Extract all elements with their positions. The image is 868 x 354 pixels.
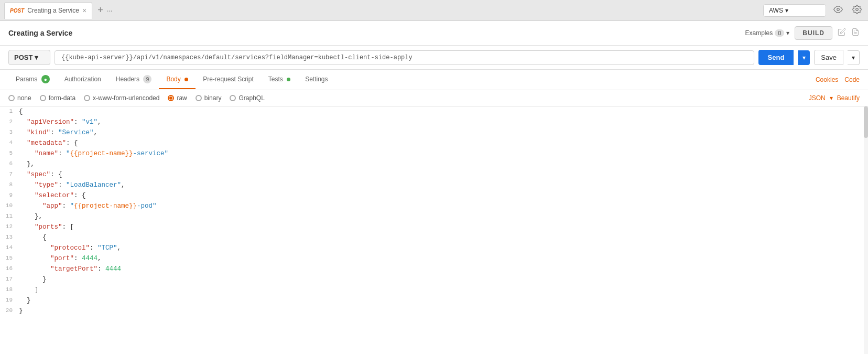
method-select[interactable]: POST ▾ bbox=[8, 50, 50, 65]
json-format-label[interactable]: JSON bbox=[809, 94, 826, 102]
eye-icon-button[interactable] bbox=[831, 3, 845, 18]
tab-tests[interactable]: Tests bbox=[261, 70, 298, 89]
send-dropdown-button[interactable]: ▾ bbox=[798, 50, 810, 65]
code-line: 13 { bbox=[0, 232, 868, 243]
radio-urlencoded-label: x-www-form-urlencoded bbox=[93, 94, 159, 102]
page-title: Creating a Service bbox=[8, 29, 740, 37]
tab-headers[interactable]: Headers 9 bbox=[108, 70, 159, 90]
scrollbar-thumb[interactable] bbox=[864, 106, 868, 138]
code-link[interactable]: Code bbox=[844, 76, 860, 83]
radio-urlencoded[interactable]: x-www-form-urlencoded bbox=[84, 94, 159, 102]
radio-none[interactable]: none bbox=[8, 94, 31, 102]
active-tab[interactable]: POST Creating a Service × bbox=[4, 2, 92, 19]
tab-bar: POST Creating a Service × + ··· AWS ▾ bbox=[0, 0, 868, 21]
params-badge: ● bbox=[41, 75, 50, 83]
headers-badge: 9 bbox=[143, 75, 151, 83]
tab-method: POST bbox=[10, 8, 24, 14]
radio-raw-dot bbox=[168, 95, 174, 101]
code-line: 14 "protocol": "TCP", bbox=[0, 243, 868, 253]
code-line: 18 ] bbox=[0, 285, 868, 295]
code-line: 11 }, bbox=[0, 211, 868, 222]
radio-binary[interactable]: binary bbox=[196, 94, 222, 102]
env-chevron-icon: ▾ bbox=[785, 7, 788, 14]
code-line: 17 } bbox=[0, 274, 868, 285]
examples-badge: 0 bbox=[775, 29, 784, 37]
tab-title: Creating a Service bbox=[27, 7, 79, 14]
code-line: 7 "spec": { bbox=[0, 169, 868, 180]
svg-point-0 bbox=[837, 8, 840, 10]
body-type-bar: none form-data x-www-form-urlencoded raw… bbox=[0, 90, 868, 106]
code-line: 9 "selector": { bbox=[0, 190, 868, 201]
request-header: Creating a Service Examples 0 ▾ BUILD bbox=[0, 21, 868, 46]
radio-form-data[interactable]: form-data bbox=[40, 94, 75, 102]
save-dropdown-button[interactable]: ▾ bbox=[848, 50, 860, 65]
code-lines: 1 { 2 "apiVersion": "v1", 3 "kind": "Ser… bbox=[0, 106, 868, 316]
method-chevron-icon: ▾ bbox=[35, 53, 38, 61]
body-badge bbox=[185, 78, 188, 81]
radio-form-data-label: form-data bbox=[49, 94, 75, 102]
radio-raw-label: raw bbox=[177, 94, 187, 102]
tab-settings[interactable]: Settings bbox=[298, 70, 335, 89]
env-label: AWS bbox=[769, 7, 783, 14]
tabs-nav-right: Cookies Code bbox=[816, 76, 860, 83]
examples-label: Examples bbox=[745, 29, 773, 37]
beautify-button[interactable]: Beautify bbox=[837, 94, 860, 102]
radio-graphql[interactable]: GraphQL bbox=[230, 94, 264, 102]
radio-binary-dot bbox=[196, 95, 202, 101]
examples-chevron-icon: ▾ bbox=[786, 29, 789, 37]
code-line: 3 "kind": "Service", bbox=[0, 127, 868, 138]
environment-select[interactable]: AWS ▾ bbox=[763, 4, 826, 17]
code-line: 19 } bbox=[0, 295, 868, 306]
save-button[interactable]: Save bbox=[814, 50, 843, 65]
more-tabs-button[interactable]: ··· bbox=[106, 6, 113, 15]
send-button[interactable]: Send bbox=[758, 50, 794, 65]
new-tab-button[interactable]: + bbox=[94, 5, 106, 16]
code-line: 6 }, bbox=[0, 159, 868, 169]
radio-graphql-label: GraphQL bbox=[238, 94, 264, 102]
json-chevron-icon[interactable]: ▾ bbox=[830, 94, 833, 102]
radio-form-data-dot bbox=[40, 95, 46, 101]
code-line: 16 "targetPort": 4444 bbox=[0, 264, 868, 274]
url-bar: POST ▾ Send ▾ Save ▾ bbox=[0, 46, 868, 70]
code-line: 20 } bbox=[0, 306, 868, 316]
code-line: 1 { bbox=[0, 106, 868, 117]
tab-authorization[interactable]: Authorization bbox=[57, 70, 108, 89]
code-line: 2 "apiVersion": "v1", bbox=[0, 117, 868, 127]
tab-bar-right: AWS ▾ bbox=[763, 3, 864, 18]
docs-icon-button[interactable] bbox=[851, 28, 860, 38]
tab-params[interactable]: Params ● bbox=[8, 70, 57, 90]
main-content: Creating a Service Examples 0 ▾ BUILD PO… bbox=[0, 21, 868, 354]
radio-urlencoded-dot bbox=[84, 95, 90, 101]
code-line: 15 "port": 4444, bbox=[0, 253, 868, 264]
radio-none-dot bbox=[8, 95, 15, 101]
radio-binary-label: binary bbox=[204, 94, 222, 102]
tests-badge bbox=[287, 78, 290, 81]
tab-close-button[interactable]: × bbox=[82, 7, 86, 14]
body-format-right: JSON ▾ Beautify bbox=[809, 94, 860, 102]
tab-body[interactable]: Body bbox=[159, 70, 196, 89]
scrollbar-track bbox=[864, 106, 868, 354]
settings-icon-button[interactable] bbox=[850, 3, 864, 18]
code-line: 4 "metadata": { bbox=[0, 138, 868, 148]
method-label: POST bbox=[14, 53, 32, 61]
code-line: 8 "type": "LoadBalancer", bbox=[0, 180, 868, 190]
cookies-link[interactable]: Cookies bbox=[816, 76, 838, 83]
code-editor[interactable]: 1 { 2 "apiVersion": "v1", 3 "kind": "Ser… bbox=[0, 106, 868, 354]
code-line: 12 "ports": [ bbox=[0, 222, 868, 232]
svg-point-1 bbox=[856, 8, 859, 10]
radio-raw[interactable]: raw bbox=[168, 94, 187, 102]
code-line: 5 "name": "{{project-name}}-service" bbox=[0, 148, 868, 159]
tab-pre-request[interactable]: Pre-request Script bbox=[196, 70, 261, 89]
tabs-nav: Params ● Authorization Headers 9 Body Pr… bbox=[0, 70, 868, 90]
examples-button[interactable]: Examples 0 ▾ bbox=[745, 29, 790, 37]
edit-icon-button[interactable] bbox=[838, 28, 846, 38]
url-input[interactable] bbox=[55, 50, 754, 65]
build-button[interactable]: BUILD bbox=[795, 26, 832, 40]
code-line: 10 "app": "{{project-name}}-pod" bbox=[0, 201, 868, 211]
radio-graphql-dot bbox=[230, 95, 236, 101]
radio-none-label: none bbox=[17, 94, 31, 102]
